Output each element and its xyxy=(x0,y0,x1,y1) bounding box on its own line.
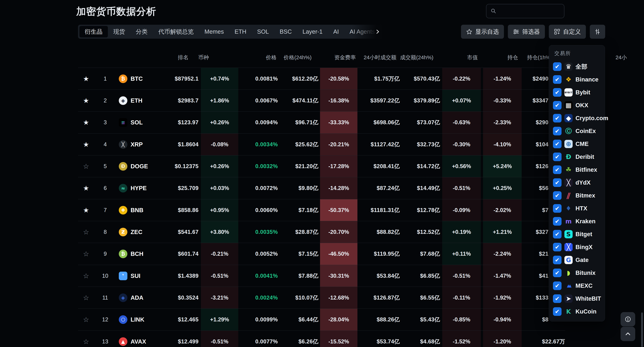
page-scrollbar-thumb[interactable] xyxy=(641,312,643,347)
favorite-star[interactable]: ★ xyxy=(78,134,94,155)
table-row[interactable]: ☆ 5 Ð DOGE $0.12375 +0.26% 0.0032% $21.2… xyxy=(78,155,565,177)
oi-change-1h: -0.09% xyxy=(442,199,481,221)
checkbox-checked-icon[interactable]: ✔ xyxy=(553,101,562,110)
header-rank[interactable]: 排名 xyxy=(174,48,192,68)
coin-icon: ₿ xyxy=(119,75,127,83)
header-funding[interactable]: 资金费率 xyxy=(316,48,356,68)
exchange-item-HTX[interactable]: ✔ ♦ HTX xyxy=(549,202,605,215)
exchange-label: dYdX xyxy=(576,179,590,186)
table-row[interactable]: ★ 6 ≈ HYPE $25.709 +0.03% 0.0072% $9.80亿… xyxy=(78,177,565,199)
exchange-item-MEXC[interactable]: ✔ ▲▲ MEXC xyxy=(549,279,605,292)
coin-symbol: BTC xyxy=(130,75,143,82)
exchange-label: OKX xyxy=(576,102,588,109)
badge-alert-button[interactable] xyxy=(620,312,635,326)
price-value: $123.97 xyxy=(154,112,198,133)
table-row[interactable]: ☆ 12 ⎔ LINK $12.465 +1.29% 0.0099% $6.44… xyxy=(78,308,565,330)
exchange-item-OKX[interactable]: ✔ ▦ OKX xyxy=(549,99,605,112)
coin-symbol: ETH xyxy=(130,97,142,104)
checkbox-checked-icon[interactable]: ✔ xyxy=(553,178,562,187)
table-row[interactable]: ☆ 11 ◈ ADA $0.3524 -3.21% 0.0024% $10.07… xyxy=(78,287,565,309)
checkbox-checked-icon[interactable]: ✔ xyxy=(553,217,562,226)
header-market-cap[interactable]: 市值 xyxy=(436,48,478,68)
header-volume-24h[interactable]: 24小时成交额 xyxy=(357,48,396,68)
col-24h-extra: $7 xyxy=(514,199,548,221)
exchange-item-Crypto.com[interactable]: ✔ ◆ Crypto.com xyxy=(549,112,605,125)
crypto-table: 排名 币种 价格 价格(24h%) 资金费率 24小时成交额 成交额(24h%)… xyxy=(0,0,644,347)
header-change-24h[interactable]: 价格(24h%) xyxy=(279,48,316,68)
table-row[interactable]: ☆ 13 ▲ AVAX $12.499 -0.51% 0.0077% $6.26… xyxy=(78,330,565,347)
checkbox-checked-icon[interactable]: ✔ xyxy=(553,191,562,200)
header-volume-change[interactable]: 成交额(24h%) xyxy=(398,48,436,68)
favorite-star[interactable]: ★ xyxy=(78,199,94,221)
back-to-top-button[interactable] xyxy=(620,327,635,341)
exchange-item-Bitmex[interactable]: ✔ ∥ Bitmex xyxy=(549,189,605,202)
checkbox-checked-icon[interactable]: ✔ xyxy=(553,269,562,277)
price-value: $1.8604 xyxy=(154,134,198,155)
table-row[interactable]: ★ 2 ◆ ETH $2983.7 +1.86% 0.0067% $474.11… xyxy=(78,90,565,112)
rank-value: 6 xyxy=(96,177,114,199)
exchange-item-KuCoin[interactable]: ✔ K KuCoin xyxy=(549,305,605,318)
exchange-item-Bitget[interactable]: ✔ S Bitget xyxy=(549,228,605,241)
exchange-item-Binance[interactable]: ✔ ❖ Binance xyxy=(549,73,605,86)
checkbox-checked-icon[interactable]: ✔ xyxy=(553,62,562,71)
exchange-item-CoinEx[interactable]: ✔ Ⓒ CoinEx xyxy=(549,125,605,138)
checkbox-checked-icon[interactable]: ✔ xyxy=(553,88,562,97)
table-row[interactable]: ☆ 9 ₿ BCH $601.74 -0.21% 0.0052% $7.15亿 … xyxy=(78,243,565,265)
checkbox-checked-icon[interactable]: ✔ xyxy=(553,127,562,135)
checkbox-checked-icon[interactable]: ✔ xyxy=(553,294,562,303)
checkbox-checked-icon[interactable]: ✔ xyxy=(553,281,562,290)
header-open-interest[interactable]: 持仓 xyxy=(479,48,518,68)
header-price[interactable]: 价格 xyxy=(232,48,276,68)
price-value: $87952.1 xyxy=(154,68,198,90)
favorite-star[interactable]: ☆ xyxy=(78,287,94,309)
coin-icon: ₿ xyxy=(119,250,127,258)
exchange-item-Bybit[interactable]: ✔ BYB!T Bybit xyxy=(549,86,605,99)
checkbox-checked-icon[interactable]: ✔ xyxy=(553,230,562,238)
price-value: $0.3524 xyxy=(154,287,198,309)
favorite-star[interactable]: ★ xyxy=(78,68,94,90)
favorite-star[interactable]: ☆ xyxy=(78,155,94,177)
exchange-item-dYdX[interactable]: ✔ ╳ dYdX xyxy=(549,176,605,189)
funding-rate: 0.0072% xyxy=(238,177,278,199)
table-row[interactable]: ★ 7 ❖ BNB $858.86 +0.95% 0.0060% $7.18亿 … xyxy=(78,199,565,221)
favorite-star[interactable]: ☆ xyxy=(78,243,94,265)
coin-symbol: SOL xyxy=(130,119,143,126)
favorite-star[interactable]: ★ xyxy=(78,177,94,199)
coin-symbol: XRP xyxy=(130,141,143,148)
table-row[interactable]: ★ 4 ╳ XRP $1.8604 -0.08% 0.0034% $25.62亿… xyxy=(78,133,565,155)
table-row[interactable]: ☆ 10 ❜ SUI $1.4389 -0.51% 0.0041% $7.88亿… xyxy=(78,265,565,287)
exchange-item-全部[interactable]: ✔ ♛ 全部 xyxy=(549,60,605,73)
deribit-exchange-icon: Đ xyxy=(564,153,572,161)
checkbox-checked-icon[interactable]: ✔ xyxy=(553,307,562,316)
coin-symbol: BCH xyxy=(130,250,144,257)
exchange-item-WhiteBIT[interactable]: ✔ ➤ WhiteBIT xyxy=(549,292,605,305)
checkbox-checked-icon[interactable]: ✔ xyxy=(553,165,562,174)
table-row[interactable]: ★ 1 ₿ BTC $87952.1 +0.74% 0.0081% $612.2… xyxy=(78,68,565,90)
exchange-item-CME[interactable]: ✔ ⊕ CME xyxy=(549,138,605,150)
gate-exchange-icon: G xyxy=(564,256,572,264)
tabs-scroll-right-icon[interactable] xyxy=(375,29,380,34)
exchange-item-Bitunix[interactable]: ✔ ◗ Bitunix xyxy=(549,266,605,279)
table-row[interactable]: ☆ 8 Ƶ ZEC $541.67 +3.80% 0.0035% $28.87亿… xyxy=(78,221,565,243)
checkbox-checked-icon[interactable]: ✔ xyxy=(553,153,562,161)
favorite-star[interactable]: ★ xyxy=(78,112,94,133)
favorite-star[interactable]: ☆ xyxy=(78,309,94,330)
exchange-item-Kraken[interactable]: ✔ m Kraken xyxy=(549,215,605,228)
favorite-star[interactable]: ☆ xyxy=(78,221,94,243)
checkbox-checked-icon[interactable]: ✔ xyxy=(553,256,562,264)
exchange-label: Bybit xyxy=(576,89,590,96)
favorite-star[interactable]: ☆ xyxy=(78,331,94,347)
checkbox-checked-icon[interactable]: ✔ xyxy=(553,140,562,148)
table-row[interactable]: ★ 3 ≡ SOL $123.97 +0.26% 0.0094% $96.71亿… xyxy=(78,111,565,133)
exchange-item-Deribit[interactable]: ✔ Đ Deribit xyxy=(549,150,605,163)
exchange-item-Gate[interactable]: ✔ G Gate xyxy=(549,253,605,266)
exchange-item-Bitfinex[interactable]: ✔ ☘ Bitfinex xyxy=(549,163,605,176)
favorite-star[interactable]: ★ xyxy=(78,90,94,112)
open-interest: $4.68亿 xyxy=(401,331,440,347)
favorite-star[interactable]: ☆ xyxy=(78,265,94,287)
checkbox-checked-icon[interactable]: ✔ xyxy=(553,243,562,251)
checkbox-checked-icon[interactable]: ✔ xyxy=(553,75,562,84)
checkbox-checked-icon[interactable]: ✔ xyxy=(553,204,562,213)
exchange-item-BingX[interactable]: ✔ ╳ BingX xyxy=(549,241,605,253)
checkbox-checked-icon[interactable]: ✔ xyxy=(553,114,562,123)
